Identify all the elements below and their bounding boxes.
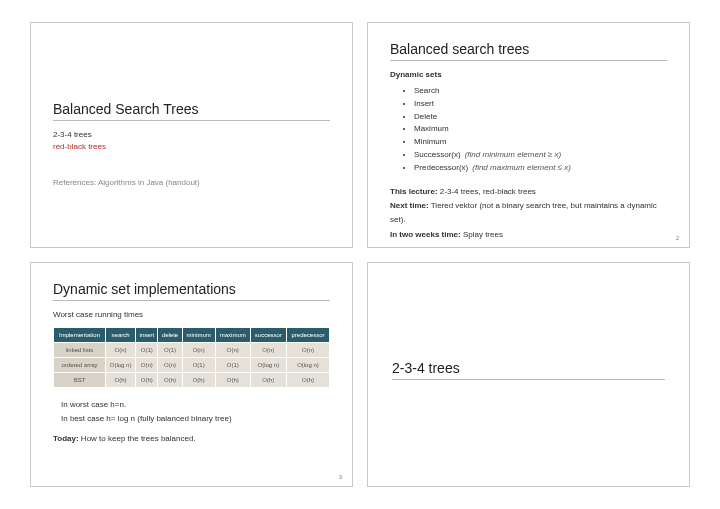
table-header-row: Implementation search insert delete mini… <box>54 327 330 342</box>
slide1-line1: 2-3-4 trees <box>53 129 330 141</box>
slide-title: Balanced search trees <box>390 41 667 61</box>
table-row: ordered array O(log n) O(n) O(n) O(1) O(… <box>54 357 330 372</box>
bullet-item: Insert <box>414 98 667 111</box>
slide-4: 2-3-4 trees <box>367 262 690 488</box>
dynamic-sets-heading: Dynamic sets <box>390 69 667 81</box>
slide-title: Dynamic set implementations <box>53 281 330 301</box>
note-worst: In worst case h=n. <box>61 398 330 412</box>
complexity-table: Implementation search insert delete mini… <box>53 327 330 388</box>
lecture-line: This lecture: 2-3-4 trees, red-black tre… <box>390 185 667 199</box>
bullet-list: Search Insert Delete Maximum Minimum Suc… <box>390 85 667 175</box>
slide-title: 2-3-4 trees <box>392 360 665 380</box>
bullet-item: Search <box>414 85 667 98</box>
col-insert: insert <box>136 327 158 342</box>
col-succ: successor <box>250 327 286 342</box>
col-pred: predecessor <box>286 327 329 342</box>
slide1-line2: red-black trees <box>53 141 330 153</box>
bullet-item: Minimum <box>414 136 667 149</box>
note-best: In best case h= log n (fully balanced bi… <box>61 412 330 426</box>
page-number: 2 <box>676 235 679 241</box>
two-weeks-line: In two weeks time: Splay trees <box>390 228 667 242</box>
page-number: 3 <box>339 474 342 480</box>
bullet-item: Predecessor(x)(find maximum element ≤ x) <box>414 162 667 175</box>
slide1-refs: References: Algorithms in Java (handout) <box>53 177 330 189</box>
bullet-item: Delete <box>414 111 667 124</box>
bullet-item: Successor(x)(find minimum element ≥ x) <box>414 149 667 162</box>
slide3-subtitle: Worst case running times <box>53 309 330 321</box>
col-search: search <box>106 327 136 342</box>
slide-title: Balanced Search Trees <box>53 101 330 121</box>
col-delete: delete <box>158 327 182 342</box>
col-min: minimum <box>182 327 215 342</box>
bullet-item: Maximum <box>414 123 667 136</box>
today-line: Today: How to keep the trees balanced. <box>53 432 330 446</box>
table-row: linked lists O(n) O(1) O(1) O(n) O(n) O(… <box>54 342 330 357</box>
slide-3: Dynamic set implementations Worst case r… <box>30 262 353 488</box>
slide-2: Balanced search trees Dynamic sets Searc… <box>367 22 690 248</box>
next-line: Next time: Tiered vektor (not a binary s… <box>390 199 667 228</box>
table-row: BST O(h) O(h) O(h) O(h) O(h) O(h) O(h) <box>54 372 330 387</box>
col-impl: Implementation <box>54 327 106 342</box>
slide-1: Balanced Search Trees 2-3-4 trees red-bl… <box>30 22 353 248</box>
col-max: maximum <box>215 327 250 342</box>
